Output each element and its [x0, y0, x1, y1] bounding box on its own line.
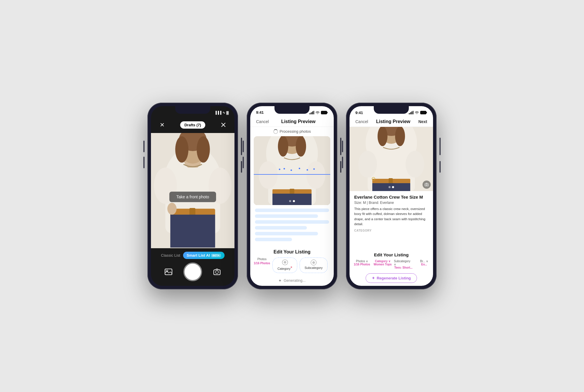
battery-icon: ▓: [226, 111, 229, 114]
processing-label: Processing photos: [280, 129, 311, 134]
status-time-3: 9:41: [355, 111, 363, 115]
svg-rect-15: [170, 215, 215, 248]
category-tab-3[interactable]: Category ∨ Women Tops: [373, 260, 392, 269]
skeleton-3: [255, 220, 329, 224]
svg-rect-43: [413, 111, 414, 114]
phone-3: 9:41: [346, 103, 437, 289]
camera-viewfinder: Take a front photo: [151, 133, 234, 248]
brand-tab-top-3: Br... ∨: [420, 260, 428, 263]
signal-icon: ▐▐▐: [215, 111, 221, 114]
photos-tab-3[interactable]: Photos ∨ 1/16 Photos: [352, 260, 371, 269]
close-button[interactable]: ✕: [157, 120, 167, 130]
flip-camera-button[interactable]: [211, 266, 223, 278]
page-title-2: Listing Preview: [281, 119, 315, 124]
camera-screen: ▐▐▐ ∿ ▓ ✕ Drafts (7): [151, 106, 234, 286]
shutter-button[interactable]: [183, 262, 202, 281]
smart-mode-label: Smart List AI: [187, 253, 210, 258]
listing-subtitle: Size: M | Brand: Everlane: [354, 201, 428, 205]
subcategory-tab-3[interactable]: Subcategory ∨ Tees- Short...: [394, 260, 413, 269]
edit-section-title: Edit Your Listing: [250, 247, 334, 258]
skeleton-5: [255, 232, 318, 235]
subcategory-tab[interactable]: ⊕ Subcategory: [300, 258, 328, 273]
mode-switcher: Classic List Smart List AI BETA: [157, 252, 229, 259]
svg-point-52: [378, 127, 387, 146]
drafts-badge[interactable]: Drafts (7): [180, 121, 205, 129]
brand-tab-3[interactable]: Br... ∨ Ev...: [415, 260, 433, 269]
svg-rect-22: [311, 112, 312, 114]
cancel-button-3[interactable]: Cancel: [355, 119, 368, 124]
photos-tab-bottom: 1/16 Photos: [254, 262, 270, 265]
next-button-3[interactable]: Next: [418, 119, 427, 124]
regen-label: Regenerate Listing: [377, 276, 411, 280]
skeleton-2: [255, 214, 318, 218]
page-title-3: Listing Preview: [376, 119, 410, 124]
category-icon: ⊕: [282, 260, 288, 265]
camera-small-icon: [425, 183, 429, 187]
generating-icon: ✦: [278, 278, 282, 283]
camera-edit-icon[interactable]: [423, 181, 431, 189]
signal-icon-3: [409, 111, 413, 114]
img-dot-1: [289, 200, 291, 202]
cancel-button-2[interactable]: Cancel: [256, 119, 269, 124]
svg-rect-27: [321, 111, 326, 114]
svg-point-55: [358, 151, 377, 178]
svg-point-32: [278, 136, 288, 157]
status-time-2: 9:41: [256, 110, 264, 115]
scan-dot-1: [279, 169, 280, 170]
camera-bottom: Classic List Smart List AI BETA: [151, 248, 234, 286]
scan-dot-2: [284, 168, 285, 169]
regen-icon: ✦: [372, 276, 375, 280]
generating-bar: ✦ Generating...: [250, 275, 334, 286]
photos-tab-top: Photos: [258, 258, 267, 261]
listing-description: This piece offers a classic crew neck, o…: [354, 206, 428, 227]
svg-point-56: [406, 151, 424, 178]
svg-rect-39: [272, 193, 312, 205]
required-marker: *: [291, 266, 292, 271]
svg-point-62: [426, 184, 427, 186]
gallery-icon: [165, 269, 172, 275]
subcategory-icon: ⊕: [311, 260, 317, 265]
svg-point-16: [167, 203, 177, 215]
processing-screen: 9:41: [250, 106, 334, 286]
skeleton-4: [255, 226, 307, 230]
photos-tab[interactable]: Photos 1/16 Photos: [254, 258, 270, 273]
status-icons: ▐▐▐ ∿ ▓: [215, 111, 229, 115]
detail-dot-2: [392, 186, 394, 188]
regenerate-button[interactable]: ✦ Regenerate Listing: [366, 273, 417, 283]
svg-point-36: [306, 161, 325, 189]
svg-rect-41: [410, 112, 411, 114]
flip-camera-icon: [213, 269, 221, 275]
image-dots: [289, 200, 295, 202]
skeleton-area: [250, 205, 334, 247]
gallery-button[interactable]: [163, 266, 174, 278]
scissor-icon: [220, 122, 226, 128]
edit-tabs-3: Photos ∨ 1/16 Photos Category ∨ Women To…: [350, 260, 433, 272]
phone-2: 9:41: [247, 103, 337, 289]
wifi-icon-3: [415, 111, 419, 114]
scan-dot-6: [313, 168, 315, 170]
svg-rect-21: [310, 113, 310, 114]
person-svg: [151, 133, 234, 248]
smart-mode-button[interactable]: Smart List AI BETA: [183, 252, 225, 259]
beta-badge: BETA: [211, 254, 221, 257]
close-icon: ✕: [160, 121, 165, 128]
camera-topbar: ✕ Drafts (7): [151, 117, 234, 133]
category-tab[interactable]: ⊕ Category*: [272, 258, 297, 273]
notch: [175, 106, 210, 114]
skeleton-1: [255, 209, 329, 212]
signal-icon-2: [310, 111, 314, 114]
status-icons-3: [409, 111, 427, 114]
edit-icon-button[interactable]: [218, 120, 229, 130]
battery-icon-2: [321, 111, 328, 114]
brand-tab-value-3: Ev...: [421, 263, 427, 266]
listing-title: Everlane Cotton Crew Tee Size M: [354, 195, 428, 200]
svg-point-20: [215, 271, 218, 274]
edit-tabs: Photos 1/16 Photos ⊕ Category* ⊕ Subcate…: [250, 258, 334, 275]
scan-line: [254, 174, 330, 175]
classic-mode-label[interactable]: Classic List: [161, 253, 180, 258]
svg-rect-23: [312, 111, 313, 114]
wifi-icon-2: [315, 111, 320, 114]
nav-bar-3: Cancel Listing Preview Next: [350, 117, 433, 127]
svg-rect-61: [425, 183, 428, 186]
camera-controls: [157, 262, 229, 281]
